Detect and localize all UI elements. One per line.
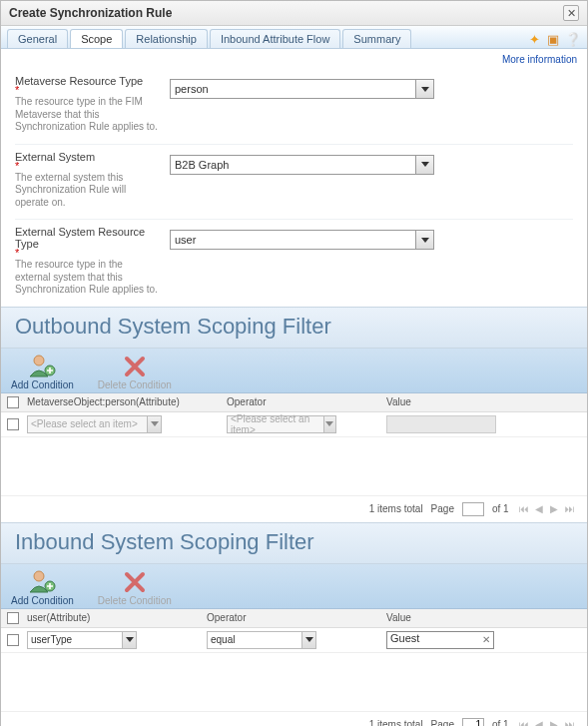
select-all-checkbox[interactable] (7, 396, 19, 408)
chevron-down-icon (301, 632, 315, 648)
col-attribute: MetaverseObject:person(Attribute) (27, 396, 227, 408)
pager-nav: ⏮ ◀ ▶ ⏭ (517, 719, 577, 726)
field-external-system-resource-type: External System Resource Type * The reso… (15, 219, 573, 307)
delete-icon (119, 568, 151, 594)
metaverse-resource-type-select[interactable]: person (170, 79, 434, 99)
attribute-select[interactable]: <Please select an item> (27, 415, 162, 433)
prev-page-icon[interactable]: ◀ (533, 503, 545, 514)
help-icon[interactable]: ❔ (565, 32, 579, 46)
first-page-icon[interactable]: ⏮ (517, 503, 531, 514)
svg-point-2 (34, 571, 44, 581)
field-label: External System (15, 151, 160, 163)
dialog-root: Create Synchronization Rule ✕ General Sc… (0, 0, 588, 726)
last-page-icon[interactable]: ⏭ (563, 719, 577, 726)
star-icon[interactable]: ✦ (529, 32, 543, 46)
page-label: Page (431, 503, 454, 514)
close-icon[interactable]: ✕ (563, 5, 579, 21)
field-description: The resource type in the FIM Metaverse t… (15, 96, 160, 134)
placeholder: <Please select an item> (31, 418, 138, 429)
add-condition-button[interactable]: Add Condition (11, 568, 74, 606)
field-external-system: External System * The external system th… (15, 144, 573, 220)
chevron-down-icon (415, 80, 433, 98)
chevron-down-icon (323, 416, 335, 432)
operator-select[interactable]: <Please select an item> (227, 415, 336, 433)
prev-page-icon[interactable]: ◀ (533, 719, 545, 726)
user-add-icon (26, 568, 58, 594)
value-input[interactable] (386, 415, 496, 433)
last-page-icon[interactable]: ⏭ (563, 503, 577, 514)
package-icon[interactable]: ▣ (547, 32, 561, 46)
action-label: Add Condition (11, 595, 74, 606)
add-condition-button[interactable]: Add Condition (11, 353, 74, 390)
first-page-icon[interactable]: ⏮ (517, 719, 531, 726)
more-info-link[interactable]: More information (502, 54, 577, 65)
row-checkbox[interactable] (7, 634, 19, 646)
next-page-icon[interactable]: ▶ (548, 503, 560, 514)
tabbar-icons: ✦ ▣ ❔ (529, 32, 581, 46)
tab-inbound-attribute-flow[interactable]: Inbound Attribute Flow (210, 29, 340, 48)
spacer (1, 437, 587, 495)
tab-scope[interactable]: Scope (70, 29, 123, 48)
operator-select[interactable]: equal (207, 631, 316, 649)
required-marker: * (15, 87, 160, 93)
chevron-down-icon (147, 416, 161, 432)
of-label: of 1 (492, 719, 509, 726)
required-marker: * (15, 163, 160, 169)
page-input[interactable] (462, 718, 484, 727)
required-marker: * (15, 250, 160, 256)
chevron-down-icon (122, 632, 136, 648)
inbound-grid-row: userType equal Guest ✕ (1, 628, 587, 653)
chevron-down-icon (415, 156, 433, 174)
value-input[interactable]: Guest ✕ (386, 631, 494, 649)
next-page-icon[interactable]: ▶ (548, 719, 560, 726)
inbound-pager: 1 items total Page of 1 ⏮ ◀ ▶ ⏭ (1, 711, 587, 727)
col-attribute: user(Attribute) (27, 612, 207, 624)
clear-icon[interactable]: ✕ (482, 634, 490, 645)
page-input[interactable] (462, 502, 484, 516)
col-operator: Operator (207, 612, 386, 624)
external-resource-type-select[interactable]: user (170, 230, 434, 250)
tab-summary[interactable]: Summary (342, 29, 411, 48)
inbound-grid-header: user(Attribute) Operator Value (1, 609, 587, 628)
action-label: Delete Condition (98, 379, 172, 390)
title-bar: Create Synchronization Rule ✕ (1, 1, 587, 26)
select-value: B2B Graph (175, 159, 229, 171)
select-all-checkbox[interactable] (7, 612, 19, 624)
more-info-row: More information (1, 49, 587, 65)
action-label: Delete Condition (98, 595, 172, 606)
dialog-title: Create Synchronization Rule (9, 6, 172, 20)
field-label: Metaverse Resource Type (15, 75, 160, 87)
user-add-icon (26, 353, 58, 378)
outbound-pager: 1 items total Page of 1 ⏮ ◀ ▶ ⏭ (1, 495, 587, 522)
inbound-action-strip: Add Condition Delete Condition (1, 564, 587, 609)
col-value: Value (386, 612, 581, 624)
section-title: Inbound System Scoping Filter (15, 529, 573, 555)
section-title: Outbound System Scoping Filter (15, 314, 573, 340)
tab-general[interactable]: General (7, 29, 68, 48)
outbound-grid-row: <Please select an item> <Please select a… (1, 412, 587, 437)
inbound-section-header: Inbound System Scoping Filter (1, 522, 587, 564)
external-system-select[interactable]: B2B Graph (170, 155, 434, 175)
page-label: Page (431, 719, 454, 726)
input-value: Guest (390, 632, 419, 644)
svg-point-0 (34, 356, 44, 365)
outbound-action-strip: Add Condition Delete Condition (1, 349, 587, 393)
outbound-section-header: Outbound System Scoping Filter (1, 307, 587, 349)
tab-relationship[interactable]: Relationship (125, 29, 208, 48)
items-total: 1 items total (369, 503, 423, 514)
items-total: 1 items total (369, 719, 423, 726)
col-value: Value (386, 396, 581, 408)
field-description: The external system this Synchronization… (15, 172, 160, 210)
select-value: equal (211, 634, 235, 645)
action-label: Add Condition (11, 379, 74, 390)
delete-condition-button[interactable]: Delete Condition (98, 353, 172, 390)
col-operator: Operator (227, 396, 386, 408)
spacer (1, 653, 587, 711)
delete-condition-button[interactable]: Delete Condition (98, 568, 172, 606)
attribute-select[interactable]: userType (27, 631, 137, 649)
tab-bar: General Scope Relationship Inbound Attri… (1, 26, 587, 49)
row-checkbox[interactable] (7, 418, 19, 430)
field-description: The resource type in the external system… (15, 259, 160, 297)
of-label: of 1 (492, 503, 509, 514)
chevron-down-icon (415, 231, 433, 249)
